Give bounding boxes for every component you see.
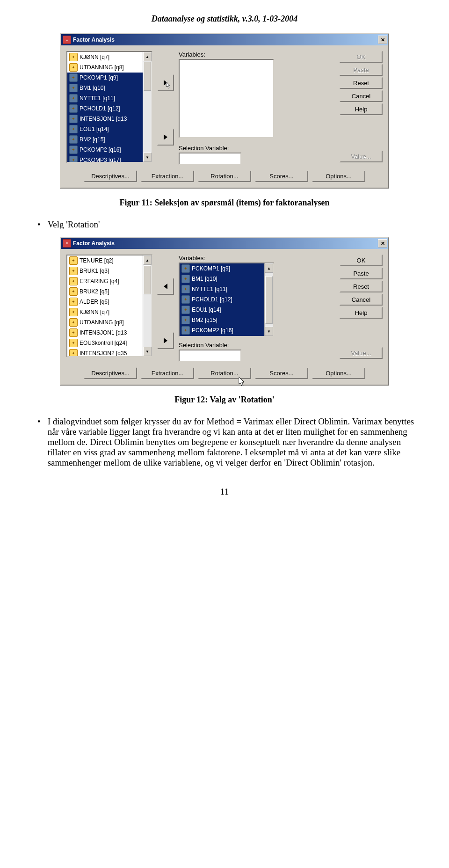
list-item[interactable]: UTDANNING [q8] <box>67 317 152 328</box>
list-item[interactable]: INTENSJON2 [q35 <box>67 348 152 357</box>
scores-button[interactable]: Scores... <box>255 367 308 379</box>
list-item[interactable]: TENURE [q2] <box>67 255 152 266</box>
list-item[interactable]: ALDER [q6] <box>67 297 152 307</box>
selection-variable-input[interactable] <box>179 350 241 362</box>
list-item-label: PCHOLD1 [q12] <box>80 105 120 112</box>
scroll-thumb[interactable] <box>144 62 151 91</box>
list-item[interactable]: PCKOMP2 [q16] <box>180 325 273 336</box>
list-item[interactable]: BM2 [q15] <box>67 134 152 145</box>
list-item[interactable]: PCKOMP3 [q17] <box>67 155 152 163</box>
variable-icon <box>69 256 78 265</box>
cancel-button[interactable]: Cancel <box>340 90 383 102</box>
list-item[interactable]: EOU1 [q14] <box>67 124 152 134</box>
list-item[interactable]: PCKOMP1 [q9] <box>67 73 152 83</box>
paste-button[interactable]: Paste <box>340 268 383 279</box>
scroll-up-icon[interactable]: ▲ <box>143 255 152 265</box>
app-icon: ≡ <box>63 239 71 248</box>
list-item[interactable]: EOU3kontroll [q24] <box>67 338 152 348</box>
list-item-label: BM1 [q10] <box>192 276 217 282</box>
list-item[interactable]: EOU1 [q14] <box>180 305 273 315</box>
list-item[interactable]: UTDANNING [q8] <box>67 62 152 73</box>
options-button[interactable]: Options... <box>312 367 365 379</box>
move-right-button[interactable] <box>157 74 174 91</box>
list-item-label: ALDER [q6] <box>80 299 109 305</box>
close-icon[interactable]: ✕ <box>378 239 387 248</box>
move-left-button[interactable] <box>157 278 174 295</box>
reset-button[interactable]: Reset <box>340 77 383 89</box>
move-selection-button[interactable] <box>157 332 174 349</box>
bullet-item: Velg 'Rotation' <box>37 219 426 230</box>
scroll-thumb[interactable] <box>265 276 273 324</box>
dialog-title: Factor Analysis <box>73 240 115 247</box>
scrollbar[interactable]: ▲ ▼ <box>143 52 152 162</box>
help-button[interactable]: Help <box>340 307 383 319</box>
descriptives-button[interactable]: Descriptives... <box>84 367 137 379</box>
rotation-button[interactable]: Rotation... <box>198 170 251 182</box>
title-bar[interactable]: ≡Factor Analysis ✕ <box>61 34 388 45</box>
rotation-button[interactable]: Rotation... <box>198 367 251 379</box>
selection-variable-input[interactable] <box>179 153 241 165</box>
list-item[interactable]: BM2 [q15] <box>180 315 273 325</box>
factor-analysis-dialog-2: ≡Factor Analysis ✕ TENURE [q2]BRUK1 [q3]… <box>60 237 389 386</box>
variables-list[interactable]: PCKOMP1 [q9]BM1 [q10]NYTTE1 [q11]PCHOLD1… <box>179 263 274 337</box>
source-variables-list[interactable]: KJØNN [q7]UTDANNING [q8]PCKOMP1 [q9]BM1 … <box>66 51 152 163</box>
title-bar[interactable]: ≡Factor Analysis ✕ <box>61 238 388 249</box>
scroll-down-icon[interactable]: ▼ <box>143 347 152 356</box>
scroll-down-icon[interactable]: ▼ <box>143 153 152 162</box>
extraction-button[interactable]: Extraction... <box>141 367 194 379</box>
list-item-label: EOU3kontroll [q24] <box>80 340 127 346</box>
page-number: 11 <box>23 487 426 497</box>
value-button[interactable]: Value... <box>340 151 383 162</box>
value-button[interactable]: Value... <box>340 347 383 359</box>
scroll-up-icon[interactable]: ▲ <box>265 263 273 273</box>
list-item[interactable]: BM1 [q10] <box>180 274 273 284</box>
variables-list[interactable] <box>179 59 274 138</box>
scrollbar[interactable]: ▲ ▼ <box>143 255 152 356</box>
descriptives-button[interactable]: Descriptives... <box>84 170 137 182</box>
source-variables-list[interactable]: TENURE [q2]BRUK1 [q3]ERFARING [q4]BRUK2 … <box>66 255 152 357</box>
list-item[interactable]: PCKOMP3 [q17] <box>180 336 273 337</box>
scroll-thumb[interactable] <box>144 265 151 294</box>
cancel-button[interactable]: Cancel <box>340 294 383 306</box>
scroll-up-icon[interactable]: ▲ <box>143 52 152 61</box>
extraction-button[interactable]: Extraction... <box>141 170 194 182</box>
list-item[interactable]: INTENSJON1 [q13 <box>67 328 152 338</box>
ok-button[interactable]: OK <box>340 51 383 63</box>
list-item[interactable]: KJØNN [q7] <box>67 307 152 317</box>
variable-icon <box>181 285 190 293</box>
paste-button[interactable]: Paste <box>340 64 383 76</box>
variable-icon <box>181 264 190 273</box>
variable-icon <box>181 326 190 335</box>
list-item-label: EOU1 [q14] <box>80 126 109 132</box>
scroll-down-icon[interactable]: ▼ <box>265 327 273 336</box>
options-button[interactable]: Options... <box>312 170 365 182</box>
list-item[interactable]: INTENSJON1 [q13 <box>67 114 152 124</box>
scrollbar[interactable]: ▲ ▼ <box>264 263 273 336</box>
variable-icon <box>69 84 78 92</box>
list-item[interactable]: ERFARING [q4] <box>67 276 152 286</box>
list-item[interactable]: PCHOLD1 [q12] <box>180 294 273 305</box>
variable-icon <box>69 53 78 61</box>
list-item[interactable]: PCKOMP1 [q9] <box>180 263 273 274</box>
ok-button[interactable]: OK <box>340 255 383 266</box>
reset-button[interactable]: Reset <box>340 281 383 292</box>
list-item-label: PCHOLD1 [q12] <box>192 296 232 303</box>
list-item-label: INTENSJON1 [q13 <box>80 116 127 122</box>
scores-button[interactable]: Scores... <box>255 170 308 182</box>
list-item-label: PCKOMP2 [q16] <box>192 327 233 334</box>
list-item[interactable]: NYTTE1 [q11] <box>180 284 273 294</box>
list-item[interactable]: PCHOLD1 [q12] <box>67 103 152 114</box>
help-button[interactable]: Help <box>340 103 383 115</box>
variable-icon <box>69 287 78 296</box>
list-item[interactable]: KJØNN [q7] <box>67 52 152 62</box>
list-item[interactable]: PCKOMP2 [q16] <box>67 145 152 155</box>
list-item[interactable]: BRUK1 [q3] <box>67 266 152 276</box>
close-icon[interactable]: ✕ <box>378 36 387 44</box>
move-selection-button[interactable] <box>157 129 174 146</box>
list-item[interactable]: NYTTE1 [q11] <box>67 93 152 103</box>
variable-icon <box>181 295 190 304</box>
variable-icon <box>181 336 190 337</box>
list-item[interactable]: BM1 [q10] <box>67 83 152 93</box>
list-item-label: UTDANNING [q8] <box>80 64 124 71</box>
list-item[interactable]: BRUK2 [q5] <box>67 286 152 297</box>
